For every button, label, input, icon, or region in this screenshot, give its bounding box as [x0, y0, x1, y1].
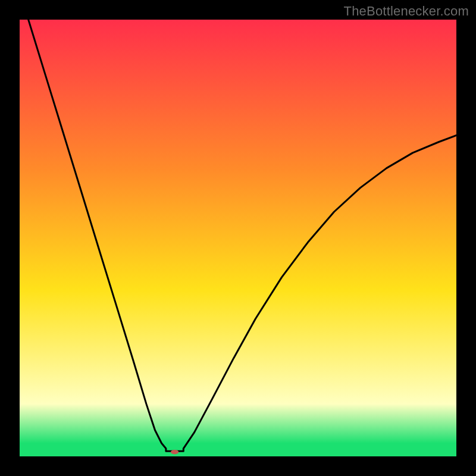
plot-area: [20, 20, 456, 456]
watermark-text: TheBottlenecker.com: [344, 4, 469, 19]
outer-frame: TheBottlenecker.com: [0, 0, 476, 476]
chart-svg: [20, 20, 456, 456]
minimum-marker: [171, 450, 178, 454]
gradient-background: [20, 20, 456, 456]
